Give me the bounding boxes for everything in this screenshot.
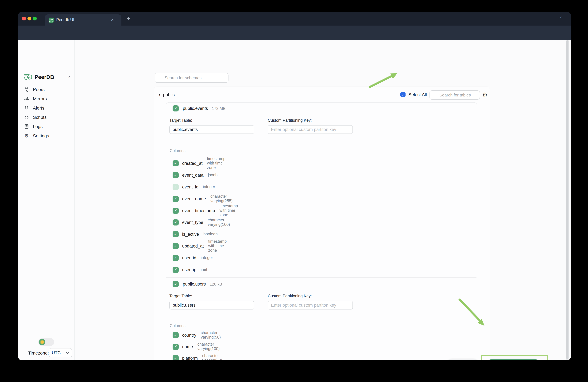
column-checkbox[interactable]: ✓: [172, 355, 179, 360]
column-row-event_name: ✓event_namecharacter varying(255): [172, 195, 233, 202]
sidebar-item-logs[interactable]: Logs: [24, 123, 72, 130]
column-type: timestamp with time zone: [220, 204, 238, 217]
column-type: character varying(50): [201, 331, 221, 340]
column-type: timestamp with time zone: [208, 239, 227, 253]
code-icon: [24, 115, 29, 120]
sidebar-item-scripts[interactable]: Scripts: [24, 114, 72, 121]
column-checkbox[interactable]: ✓: [172, 172, 179, 178]
page-content: PeerDB ‹ Peers Mirrors Alerts Scripts: [18, 40, 571, 360]
schema-caret-icon[interactable]: ▾: [159, 93, 160, 96]
column-checkbox[interactable]: ✓: [172, 343, 179, 350]
tab-title: Peerdb UI: [56, 14, 74, 25]
target-table-label: Target Table:: [169, 294, 192, 298]
column-row-is_active: ✓is_activeboolean: [172, 230, 218, 238]
table-checkbox[interactable]: ✓: [172, 105, 179, 111]
browser-window: Peerdb UI ✕ + ⌄ Not Secure :3000/mirrors…: [18, 12, 571, 360]
partition-key-input[interactable]: [268, 125, 353, 134]
select-all-checkbox[interactable]: ✓: [400, 92, 405, 97]
timezone-select[interactable]: UTC: [49, 348, 72, 357]
sidebar-item-label: Peers: [33, 87, 44, 92]
scrollbar-thumb[interactable]: [566, 40, 568, 359]
column-row-name: ✓namecharacter varying(100): [172, 343, 220, 350]
column-name: event_name: [182, 196, 206, 201]
gear-icon: ⚙: [24, 133, 29, 138]
tab-strip: Peerdb UI ✕ + ⌄: [18, 12, 571, 25]
column-name: is_active: [182, 232, 199, 237]
select-all-row: ✓ Select All: [400, 92, 427, 97]
column-checkbox[interactable]: ✓: [172, 332, 179, 338]
close-window-button[interactable]: [22, 17, 26, 20]
table-checkbox[interactable]: ✓: [172, 281, 179, 287]
scrollbar-track[interactable]: [566, 40, 569, 360]
schema-header[interactable]: ▾ public: [159, 92, 175, 97]
partition-key-label: Custom Partitioning Key:: [268, 118, 312, 123]
browser-toolbar: Not Secure :3000/mirrors/create?type=CDC…: [18, 25, 571, 40]
column-type: character varying(50): [202, 354, 222, 360]
sidebar-item-settings[interactable]: ⚙ Settings: [24, 132, 72, 139]
column-row-event_data: ✓event_datajsonb: [172, 171, 217, 179]
column-name: user_id: [182, 255, 196, 260]
column-name: name: [182, 344, 193, 349]
column-checkbox[interactable]: ✓: [172, 219, 179, 225]
theme-toggle[interactable]: [38, 338, 54, 346]
column-row-event_timestamp: ✓event_timestamptimestamp with time zone: [172, 207, 238, 214]
sidebar-item-label: Scripts: [33, 115, 47, 120]
sidebar-item-label: Settings: [33, 133, 49, 138]
column-name: created_at: [182, 161, 203, 166]
sidebar-collapse-icon[interactable]: ‹: [68, 74, 70, 80]
tab-search-chevron-icon[interactable]: ⌄: [559, 14, 563, 19]
sidebar-item-label: Alerts: [33, 105, 44, 111]
column-row-updated_at: ✓updated_attimestamp with time zone: [172, 242, 227, 250]
sidebar-item-mirrors[interactable]: Mirrors: [24, 95, 72, 102]
column-type: inet: [201, 267, 207, 272]
column-checkbox[interactable]: ✓: [172, 243, 179, 249]
column-type: character varying(100): [208, 218, 230, 227]
table-row-public-users: ✓ public.users 128 kB: [172, 281, 222, 287]
table-size: 172 MB: [212, 106, 226, 111]
app-sidebar: PeerDB ‹ Peers Mirrors Alerts Scripts: [18, 40, 75, 360]
table-size: 128 kB: [210, 282, 222, 286]
validate-button[interactable]: Validate: [446, 359, 480, 360]
new-tab-button[interactable]: +: [127, 13, 130, 24]
partition-key-label: Custom Partitioning Key:: [268, 294, 312, 298]
column-row-user_ip: ✓user_ipinet: [172, 266, 207, 273]
column-checkbox[interactable]: ✓: [172, 160, 179, 166]
column-type: integer: [201, 256, 213, 260]
column-checkbox[interactable]: ✓: [172, 231, 179, 237]
minimize-window-button[interactable]: [27, 17, 31, 20]
theme-toggle-knob: [39, 339, 45, 345]
target-table-input[interactable]: [169, 301, 254, 309]
partition-key-input[interactable]: [268, 301, 353, 309]
column-type: integer: [203, 185, 215, 189]
column-checkbox[interactable]: ✓: [172, 266, 179, 273]
table-row-public-events: ✓ public.events 172 MB: [172, 105, 226, 111]
section-divider: [169, 147, 473, 147]
column-name: event_type: [182, 220, 203, 225]
column-name: event_timestamp: [182, 208, 215, 213]
create-mirror-button[interactable]: + Create Mirror: [486, 359, 541, 360]
mirror-arrows-icon: [24, 96, 29, 101]
column-name: user_ip: [182, 267, 196, 272]
bell-icon: [24, 105, 29, 111]
browser-tab[interactable]: Peerdb UI ✕: [45, 14, 122, 25]
sidebar-item-peers[interactable]: Peers: [24, 86, 72, 93]
schema-name: public: [163, 92, 175, 97]
column-checkbox[interactable]: ✓: [172, 207, 179, 214]
table-settings-gear-icon[interactable]: ⚙: [482, 91, 488, 98]
column-checkbox[interactable]: ✓: [172, 255, 179, 261]
zoom-window-button[interactable]: [33, 17, 37, 20]
column-type: character varying(100): [197, 342, 220, 351]
peerdb-logo-icon: [24, 73, 32, 81]
schema-search-input[interactable]: [155, 73, 229, 83]
brand-title: PeerDB: [35, 74, 54, 80]
column-checkbox[interactable]: ✓: [172, 196, 179, 202]
sidebar-item-alerts[interactable]: Alerts: [24, 104, 72, 111]
column-type: timestamp with time zone: [207, 157, 226, 170]
target-table-input[interactable]: [169, 125, 254, 134]
sun-icon: [41, 341, 44, 344]
column-checkbox[interactable]: ✓: [172, 184, 179, 190]
table-search-input[interactable]: [429, 90, 480, 100]
table-name: public.events: [183, 106, 208, 111]
close-tab-icon[interactable]: ✕: [111, 14, 114, 25]
columns-label: Columns: [170, 323, 186, 328]
